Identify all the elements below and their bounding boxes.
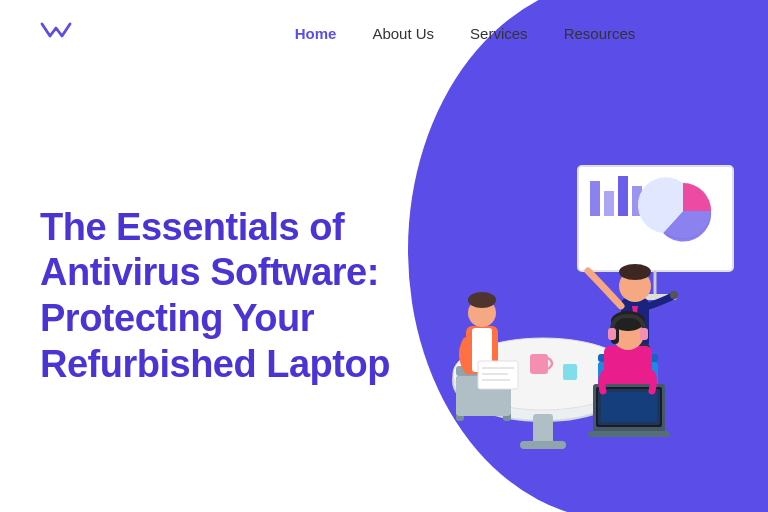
nav-item-about[interactable]: About Us bbox=[372, 25, 434, 42]
illustration-svg bbox=[378, 106, 758, 506]
logo[interactable] bbox=[40, 18, 72, 48]
svg-rect-41 bbox=[608, 328, 616, 340]
svg-rect-3 bbox=[618, 176, 628, 216]
header: Home About Us Services Resources Sign Up bbox=[0, 0, 768, 66]
main-nav: Home About Us Services Resources Sign Up bbox=[295, 25, 728, 42]
hero-illustration bbox=[440, 86, 728, 506]
svg-point-10 bbox=[619, 264, 651, 280]
svg-rect-18 bbox=[533, 414, 553, 444]
svg-rect-47 bbox=[588, 431, 670, 437]
svg-rect-46 bbox=[601, 392, 657, 422]
logo-icon bbox=[40, 18, 72, 48]
nav-item-services[interactable]: Services bbox=[470, 25, 528, 42]
nav-item-resources[interactable]: Resources bbox=[564, 25, 636, 42]
svg-point-27 bbox=[468, 292, 496, 308]
svg-rect-42 bbox=[640, 328, 648, 340]
nav-item-home[interactable]: Home bbox=[295, 25, 337, 42]
svg-rect-48 bbox=[563, 364, 577, 380]
main-content: The Essentials of Antivirus Software: Pr… bbox=[0, 66, 768, 506]
svg-point-11 bbox=[670, 291, 678, 299]
svg-rect-32 bbox=[530, 354, 548, 374]
svg-rect-2 bbox=[604, 191, 614, 216]
svg-rect-1 bbox=[590, 181, 600, 216]
svg-rect-19 bbox=[520, 441, 566, 449]
nav-signup-button[interactable]: Sign Up bbox=[671, 25, 728, 42]
svg-rect-28 bbox=[478, 361, 518, 389]
